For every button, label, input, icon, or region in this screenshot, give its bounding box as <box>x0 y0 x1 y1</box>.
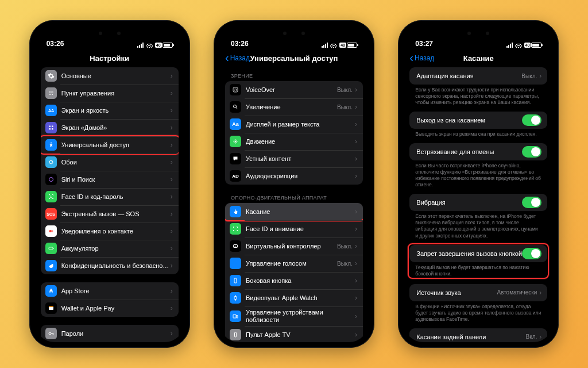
row-label: App Store <box>61 288 171 294</box>
row-label: Face ID и код-пароль <box>61 193 171 200</box>
row-battery[interactable]: Аккумулятор <box>41 240 179 257</box>
svg-point-14 <box>52 196 52 197</box>
row-label: Устный контент <box>246 155 355 162</box>
row-display[interactable]: AA Экран и яркость <box>41 102 179 119</box>
svg-rect-18 <box>53 248 53 249</box>
row-touch-accommodations[interactable]: Адаптация касания Выкл. <box>409 67 547 85</box>
row-label: Основные <box>61 72 171 79</box>
row-tap-to-wake[interactable]: Выход из сна касанием <box>409 112 547 129</box>
back-button[interactable]: Назад <box>409 54 434 62</box>
row-call-audio-routing[interactable]: Источник звука Автоматически <box>409 284 547 301</box>
row-display-text[interactable]: Aa Дисплей и размер текста <box>225 116 363 133</box>
page-title: Универсальный доступ <box>250 54 338 63</box>
voiceover-icon <box>230 84 241 95</box>
svg-point-9 <box>51 143 52 144</box>
audio-description-icon: AD <box>230 170 241 182</box>
wifi-icon <box>515 43 522 48</box>
chevron-right-icon <box>171 158 173 166</box>
row-zoom[interactable]: Увеличение Выкл. <box>225 98 363 116</box>
svg-point-11 <box>51 160 52 162</box>
row-vibration[interactable]: Вибрация <box>409 194 547 211</box>
row-label: Встряхивание для отмены <box>416 148 522 155</box>
row-label: Siri и Поиск <box>61 176 171 183</box>
row-nearby-devices[interactable]: Управление устройствами поблизости <box>225 306 363 326</box>
row-back-tap[interactable]: Касание задней панели Вкл. <box>409 328 547 342</box>
toggle-on[interactable] <box>522 114 541 126</box>
row-shake-to-undo[interactable]: Встряхивание для отмены <box>409 143 547 160</box>
row-label: Обои <box>61 159 171 166</box>
row-siri[interactable]: Siri и Поиск <box>41 171 179 188</box>
svg-point-13 <box>50 196 51 197</box>
chevron-right-icon <box>171 193 173 201</box>
chevron-right-icon <box>539 72 541 80</box>
chevron-right-icon <box>355 137 357 145</box>
dynamic-island <box>455 27 502 40</box>
accessibility-icon <box>45 139 57 151</box>
devices-icon <box>230 310 241 322</box>
row-control-center[interactable]: Пункт управления <box>41 85 179 102</box>
row-faceid-attention[interactable]: Face ID и внимание <box>225 220 363 237</box>
footer-text: Выводить экран из режима сна при касании… <box>409 129 547 137</box>
chevron-right-icon <box>171 210 173 218</box>
page-title: Настройки <box>90 54 129 63</box>
row-label: Виртуальный контроллер <box>246 243 337 250</box>
chevron-right-icon <box>355 277 357 285</box>
back-button[interactable]: Назад <box>225 54 250 62</box>
toggle-on[interactable] <box>522 197 541 208</box>
row-home-screen[interactable]: Экран «Домой» <box>41 119 179 136</box>
chevron-right-icon <box>355 86 357 94</box>
row-wallpaper[interactable]: Обои <box>41 154 179 171</box>
row-passwords[interactable]: Пароли <box>41 325 179 342</box>
speech-bubble-icon <box>230 153 241 164</box>
row-faceid[interactable]: Face ID и код-пароль <box>41 188 179 205</box>
row-apple-tv[interactable]: Пульт Apple TV <box>225 326 363 342</box>
key-icon <box>45 328 57 339</box>
phone-mockup-3: 03:27 40 Назад Касание Адаптация касания… <box>398 20 559 348</box>
svg-point-24 <box>233 105 236 108</box>
row-touch[interactable]: Касание <box>225 203 363 220</box>
row-prevent-lock-end-call[interactable]: Запрет завершения вызова кнопкой <box>409 245 547 262</box>
row-appstore[interactable]: App Store <box>41 282 179 300</box>
touch-icon <box>230 206 241 217</box>
row-motion[interactable]: Движение <box>225 133 363 150</box>
wallet-icon <box>45 302 57 314</box>
toggle-on[interactable] <box>522 146 541 158</box>
row-label: Уведомления о контакте <box>61 228 171 235</box>
row-audiodesc[interactable]: AD Аудиодескрипция <box>225 167 363 185</box>
row-exposure[interactable]: Уведомления о контакте <box>41 223 179 240</box>
status-time: 03:27 <box>415 40 433 48</box>
row-wallet[interactable]: Wallet и Apple Pay <box>41 300 179 317</box>
chevron-right-icon <box>355 120 357 128</box>
row-general[interactable]: Основные <box>41 67 179 85</box>
row-detail: Выкл. <box>337 243 353 250</box>
chevron-right-icon <box>171 287 173 295</box>
footer-text: Если у Вас возникают трудности при испол… <box>409 85 547 106</box>
row-label: VoiceOver <box>246 86 337 93</box>
row-spoken[interactable]: Устный контент <box>225 150 363 167</box>
svg-point-0 <box>49 91 51 93</box>
svg-point-12 <box>49 178 53 182</box>
chevron-right-icon <box>539 289 541 297</box>
toggle-on[interactable] <box>522 248 541 259</box>
row-sos[interactable]: SOS Экстренный вызов — SOS <box>41 205 179 223</box>
switches-icon <box>45 87 57 99</box>
row-voice-control[interactable]: Управление голосом Выкл. <box>225 255 363 272</box>
battery-icon: 40 <box>524 43 542 48</box>
row-label: Универсальный доступ <box>61 141 171 148</box>
exposure-icon <box>45 225 57 237</box>
chevron-right-icon <box>355 103 357 111</box>
row-privacy[interactable]: Конфиденциальность и безопасность <box>41 257 179 274</box>
page-title: Касание <box>463 54 494 63</box>
chevron-right-icon <box>171 124 173 132</box>
footer-text: Текущий вызов не будет завершаться по на… <box>409 262 547 277</box>
row-accessibility[interactable]: Универсальный доступ <box>41 136 179 154</box>
row-watch-remote[interactable]: Видеопульт Apple Watch <box>225 289 363 306</box>
row-detail: Автоматически <box>497 289 537 296</box>
faceid-icon <box>45 191 57 202</box>
row-label: Wallet и Apple Pay <box>61 305 171 312</box>
row-switch-control[interactable]: Виртуальный контроллер Выкл. <box>225 237 363 255</box>
row-side-button[interactable]: Боковая кнопка <box>225 272 363 289</box>
row-label: Выход из сна касанием <box>416 117 522 124</box>
row-voiceover[interactable]: VoiceOver Выкл. <box>225 81 363 98</box>
row-label: Увеличение <box>246 103 337 110</box>
